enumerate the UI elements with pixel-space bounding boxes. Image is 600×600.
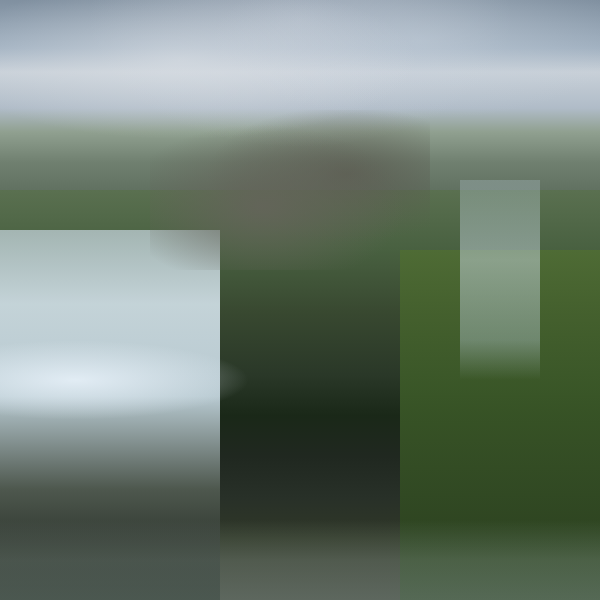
scene-mist-bottom [0, 520, 600, 600]
scene-waterfall-right [460, 180, 540, 380]
scene-waterfall-mist [0, 340, 250, 420]
scene-clouds [0, 0, 600, 200]
